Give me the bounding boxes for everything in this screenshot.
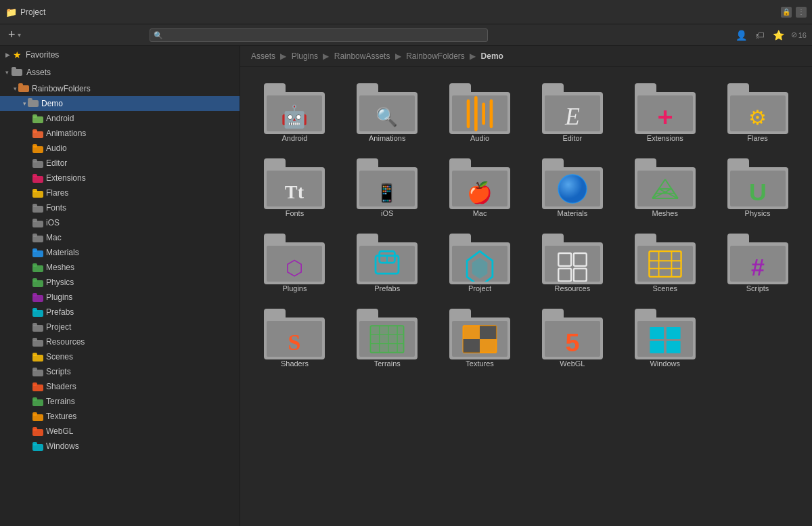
sidebar-item-label-meshes: Meshes bbox=[46, 263, 74, 272]
tag-icon[interactable]: 🏷 bbox=[754, 28, 766, 42]
assets-label: Assets bbox=[26, 68, 51, 77]
folder-thumb-webgl: 5 bbox=[542, 309, 603, 359]
folder-item-terrains[interactable]: Terrains bbox=[344, 303, 431, 373]
folder-thumb-scenes bbox=[635, 234, 696, 284]
title-bar: 📁 Project 🔒 ⋮ bbox=[0, 0, 812, 24]
svg-rect-51 bbox=[32, 442, 37, 445]
breadcrumb-plugins[interactable]: Plugins bbox=[292, 51, 318, 61]
menu-button[interactable]: ⋮ bbox=[796, 7, 807, 18]
folder-item-ios[interactable]: 📱 iOS bbox=[344, 153, 431, 223]
sidebar-item-terrains[interactable]: Terrains bbox=[0, 394, 240, 409]
layer-badge[interactable]: ⊘ 16 bbox=[791, 30, 807, 39]
folder-thumb-mac: 🍎 bbox=[449, 158, 510, 209]
sidebar-item-windows[interactable]: Windows bbox=[0, 439, 240, 454]
sidebar-item-resources[interactable]: Resources bbox=[0, 334, 240, 349]
folder-item-materials[interactable]: Materials bbox=[528, 153, 616, 223]
svg-text:U: U bbox=[749, 179, 767, 206]
sidebar-folder-animations-icon bbox=[32, 129, 43, 138]
sidebar-item-prefabs[interactable]: Prefabs bbox=[0, 305, 240, 320]
sidebar-item-webgl[interactable]: WebGL bbox=[0, 424, 240, 439]
folder-item-editor[interactable]: E Editor bbox=[528, 78, 616, 148]
sidebar-item-label-ios: iOS bbox=[46, 218, 60, 227]
svg-text:⬡: ⬡ bbox=[286, 256, 303, 278]
sidebar-item-editor[interactable]: Editor bbox=[0, 156, 240, 171]
folder-thumb-meshes bbox=[635, 158, 696, 209]
sidebar-item-meshes[interactable]: Meshes bbox=[0, 260, 240, 275]
folder-item-prefabs[interactable]: Prefabs bbox=[344, 228, 431, 298]
favorites-section[interactable]: ▶ ★ Favorites bbox=[0, 46, 240, 64]
sidebar-folder-scripts-icon bbox=[32, 368, 43, 376]
sidebar-item-plugins[interactable]: Plugins bbox=[0, 290, 240, 305]
svg-text:Tt: Tt bbox=[285, 181, 304, 202]
lock-button[interactable]: 🔒 bbox=[781, 7, 792, 18]
folder-item-webgl[interactable]: 5 WebGL bbox=[528, 303, 616, 373]
sidebar-item-label-scripts: Scripts bbox=[46, 367, 71, 376]
demo-folder-icon bbox=[28, 98, 39, 109]
sidebar-item-extensions[interactable]: Extensions bbox=[0, 171, 240, 185]
sidebar-item-textures[interactable]: Textures bbox=[0, 409, 240, 424]
folder-item-scripts[interactable]: # Scripts bbox=[714, 228, 801, 298]
sidebar-item-physics[interactable]: Physics bbox=[0, 275, 240, 290]
folder-item-fonts[interactable]: Tt Fonts bbox=[251, 153, 338, 223]
layers-icon: ⊘ bbox=[791, 30, 797, 39]
svg-rect-33 bbox=[32, 308, 37, 311]
svg-rect-31 bbox=[32, 293, 37, 297]
svg-rect-3 bbox=[18, 83, 23, 87]
svg-rect-7 bbox=[32, 114, 37, 118]
sidebar-item-flares[interactable]: Flares bbox=[0, 185, 240, 200]
folder-item-extensions[interactable]: + Extensions bbox=[621, 78, 708, 148]
folder-item-physics[interactable]: U Physics bbox=[714, 153, 801, 223]
sidebar-item-demo[interactable]: ▾ Demo bbox=[0, 96, 240, 111]
folder-thumb-materials bbox=[542, 158, 603, 209]
sidebar-item-ios[interactable]: iOS bbox=[0, 215, 240, 230]
sidebar-item-fonts[interactable]: Fonts bbox=[0, 200, 240, 215]
star-filter-icon[interactable]: ⭐ bbox=[771, 28, 786, 42]
folder-item-mac[interactable]: 🍎 Mac bbox=[436, 153, 524, 223]
sidebar-item-rainbow[interactable]: ▾ RainbowFolders bbox=[0, 81, 240, 96]
folder-item-meshes[interactable]: Meshes bbox=[621, 153, 708, 223]
svg-rect-23 bbox=[32, 234, 37, 237]
folder-item-resources[interactable]: Resources bbox=[528, 228, 616, 298]
folder-item-shaders[interactable]: S Shaders bbox=[251, 303, 338, 373]
folder-item-flares[interactable]: ⚙ Flares bbox=[714, 78, 801, 148]
sidebar-item-animations[interactable]: Animations bbox=[0, 126, 240, 141]
breadcrumb-rainbow-folders[interactable]: RainbowFolders bbox=[406, 51, 465, 61]
add-button[interactable]: + ▾ bbox=[5, 26, 24, 43]
svg-rect-39 bbox=[32, 353, 37, 356]
sidebar-item-scripts[interactable]: Scripts bbox=[0, 364, 240, 379]
folder-item-scenes[interactable]: Scenes bbox=[621, 228, 708, 298]
sidebar-item-scenes[interactable]: Scenes bbox=[0, 349, 240, 364]
sidebar-item-audio[interactable]: Audio bbox=[0, 141, 240, 156]
sidebar-item-android[interactable]: Android bbox=[0, 111, 240, 126]
folder-item-windows[interactable]: Windows bbox=[621, 303, 708, 373]
search-input[interactable] bbox=[150, 28, 488, 42]
svg-rect-41 bbox=[32, 368, 37, 371]
sidebar-folder-project-icon bbox=[32, 323, 43, 332]
assets-section[interactable]: ▾ Assets bbox=[0, 64, 240, 81]
folder-item-project[interactable]: Project bbox=[436, 228, 524, 298]
sidebar-item-project[interactable]: Project bbox=[0, 320, 240, 334]
svg-rect-21 bbox=[32, 219, 37, 222]
svg-rect-47 bbox=[32, 412, 37, 416]
sidebar-folder-terrains-icon bbox=[32, 397, 43, 406]
svg-text:📱: 📱 bbox=[376, 181, 399, 203]
rf-folder-icon bbox=[18, 83, 29, 94]
folder-item-animations[interactable]: 🔍 Animations bbox=[344, 78, 431, 148]
sidebar-item-shaders[interactable]: Shaders bbox=[0, 379, 240, 394]
folder-item-textures[interactable]: Textures bbox=[436, 303, 524, 373]
svg-text:🤖: 🤖 bbox=[281, 104, 308, 129]
folder-item-android[interactable]: 🤖 Android bbox=[251, 78, 338, 148]
folder-label-physics: Physics bbox=[745, 209, 771, 217]
sidebar-item-label-resources: Resources bbox=[46, 337, 85, 347]
folder-thumb-textures bbox=[449, 309, 510, 359]
folder-item-audio[interactable]: Audio bbox=[436, 78, 524, 148]
folder-item-plugins[interactable]: ⬡ Plugins bbox=[251, 228, 338, 298]
sidebar-item-materials[interactable]: Materials bbox=[0, 245, 240, 260]
breadcrumb-assets[interactable]: Assets bbox=[251, 51, 275, 61]
sidebar-item-mac[interactable]: Mac bbox=[0, 230, 240, 245]
svg-text:+: + bbox=[657, 102, 673, 131]
user-icon[interactable]: 👤 bbox=[734, 28, 748, 42]
svg-rect-17 bbox=[32, 189, 37, 192]
breadcrumb-rainbow-assets[interactable]: RainbowAssets bbox=[334, 51, 390, 61]
sidebar-item-label-materials: Materials bbox=[46, 248, 79, 257]
